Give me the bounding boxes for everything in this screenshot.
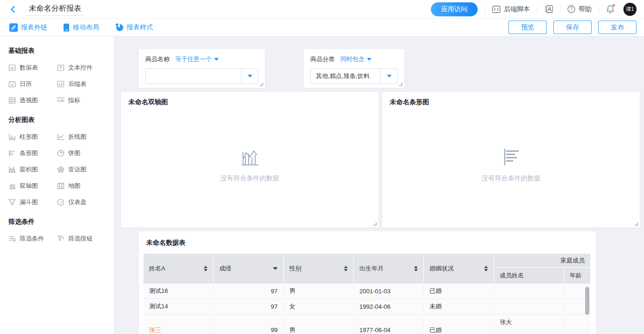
sidebar-item-radar-chart[interactable]: 雷达图 <box>57 165 106 174</box>
contact-book-icon <box>544 5 553 13</box>
sidebar-item-dual-axis-chart[interactable]: 双轴图 <box>8 182 57 190</box>
back-button[interactable] <box>7 4 19 15</box>
item-label: 文本控件 <box>68 64 93 72</box>
resize-handle[interactable] <box>635 222 638 226</box>
resize-handle[interactable] <box>399 83 402 86</box>
sort-icon <box>484 266 488 271</box>
report-title[interactable]: 未命名分析报表 <box>26 3 84 16</box>
data-table: 姓名A 成绩 性别 出生年月 <box>143 254 590 334</box>
column-chart-icon <box>8 133 16 141</box>
sidebar-item-area-chart[interactable]: 面积图 <box>8 165 57 174</box>
preview-button[interactable]: 预览 <box>508 21 547 34</box>
empty-state: 没有符合条件的数据 <box>382 147 640 183</box>
cell-score: 99 <box>214 314 284 334</box>
sidebar-item-bar-chart[interactable]: 条形图 <box>8 149 57 157</box>
sidebar-item-filter-button[interactable]: 筛选按钮 <box>57 235 106 243</box>
empty-state: 没有符合条件的数据 <box>121 147 379 183</box>
column-header-gender[interactable]: 性别 <box>284 254 354 284</box>
filter-operator-dropdown[interactable]: 同时包含 <box>340 55 372 64</box>
item-label: 日历 <box>20 80 32 88</box>
cell-score: 97 <box>214 284 284 299</box>
resize-handle[interactable] <box>373 222 377 226</box>
sidebar-item-text-widget[interactable]: 文本控件 <box>57 64 106 72</box>
column-header-birth[interactable]: 出生年月 <box>354 254 424 284</box>
app-access-button[interactable]: 应用访问 <box>431 2 478 16</box>
filter-widget-product-category[interactable]: 商品分类 同时包含 其他,糕点,辣条,饮料 <box>304 49 404 88</box>
notifications-button[interactable] <box>606 5 615 14</box>
column-header-name[interactable]: 姓名A <box>143 254 214 284</box>
item-label: 指标 <box>68 96 80 105</box>
sort-icon <box>414 266 418 271</box>
sidebar-item-backend-table[interactable]: 后端表 <box>57 80 106 88</box>
column-header-marital[interactable]: 婚姻状况 <box>424 254 494 284</box>
filter-value-input[interactable] <box>146 69 241 84</box>
chart-widget-bar[interactable]: 未命名条形图 没有符合条件的数据 <box>382 92 640 227</box>
record-link[interactable]: 张三 <box>149 326 161 334</box>
item-label: 双轴图 <box>20 182 38 190</box>
cell-birth: 1977-06-04 <box>354 314 424 334</box>
filter-operator-dropdown[interactable]: 等于任意一个 <box>175 55 219 64</box>
sidebar-item-funnel-chart[interactable]: 漏斗图 <box>8 198 57 206</box>
report-style-button[interactable]: 报表样式 <box>115 23 153 32</box>
column-group-family: 家庭成员 <box>494 254 590 268</box>
sidebar-item-filter-condition[interactable]: 筛选条件 <box>8 235 57 243</box>
publish-button[interactable]: 发布 <box>598 21 637 34</box>
item-label: 筛选条件 <box>20 235 44 243</box>
radar-chart-icon <box>57 166 64 173</box>
filter-selected-values[interactable]: 其他,糕点,辣条,饮料 <box>311 69 380 84</box>
notification-dot <box>613 4 615 7</box>
cell-marital: 未婚 <box>424 299 494 314</box>
sidebar-item-pie-chart[interactable]: 饼图 <box>57 149 106 157</box>
report-canvas: 商品名称 等于任意一个 商品分类 同时包含 其 <box>114 36 644 334</box>
empty-state-text: 没有符合条件的数据 <box>221 174 279 183</box>
contact-book-button[interactable] <box>544 5 553 13</box>
dual-axis-empty-icon <box>239 147 261 167</box>
item-label: 数据表 <box>20 64 38 72</box>
help-button[interactable]: ? 帮助 <box>567 5 592 14</box>
filter-value-dropdown-button[interactable] <box>380 69 397 84</box>
item-label: 后端表 <box>68 80 86 88</box>
sidebar-item-gauge[interactable]: 仪表盘 <box>57 198 106 206</box>
table-widget[interactable]: 未命名数据表 姓名A 成绩 性别 出生 <box>139 231 596 334</box>
report-external-link-button[interactable]: 报表外链 <box>9 23 47 32</box>
cell-member-name <box>494 284 564 299</box>
column-header-age[interactable]: 年龄 <box>564 268 590 284</box>
sidebar-item-line-chart[interactable]: 折线图 <box>57 133 106 141</box>
save-button[interactable]: 保存 <box>553 21 592 34</box>
cell-marital: 已婚 <box>424 284 494 299</box>
pie-chart-icon <box>57 149 64 157</box>
map-icon <box>57 182 64 190</box>
filter-value-dropdown-button[interactable] <box>241 69 258 84</box>
chevron-down-icon <box>248 75 252 78</box>
table-vertical-scrollbar[interactable] <box>585 287 589 315</box>
section-title: 筛选条件 <box>0 218 114 226</box>
filter-widget-product-name[interactable]: 商品名称 等于任意一个 <box>139 49 265 88</box>
section-items: 柱形图 折线图 条形图 饼图 面积图 <box>0 133 114 206</box>
sidebar-item-calendar[interactable]: 日历 <box>8 80 57 88</box>
sidebar-item-pivot[interactable]: 透视图 <box>8 96 57 105</box>
section-filter-conditions: 筛选条件 筛选条件 筛选按钮 <box>0 218 114 243</box>
resize-handle[interactable] <box>260 83 263 86</box>
user-avatar[interactable]: 谭1 <box>623 3 637 16</box>
filter-button-icon <box>57 235 64 242</box>
code-icon <box>492 6 501 13</box>
backend-script-button[interactable]: 后端脚本 <box>492 5 530 14</box>
column-header-score[interactable]: 成绩 <box>214 254 284 284</box>
chevron-left-icon <box>9 5 17 14</box>
sidebar-item-map[interactable]: 地图 <box>57 182 106 190</box>
mobile-layout-button[interactable]: 移动布局 <box>63 23 99 32</box>
sidebar-item-indicator[interactable]: 4,80 指标 <box>57 96 106 105</box>
sidebar-item-column-chart[interactable]: 柱形图 <box>8 133 57 141</box>
cell-score: 97 <box>214 299 284 314</box>
widget-sidebar: 基础报表 数据表 文本控件 日历 后端表 <box>0 36 114 334</box>
sidebar-item-data-table[interactable]: 数据表 <box>8 64 57 72</box>
help-icon: ? <box>567 5 575 13</box>
column-header-member-name[interactable]: 成员姓名 <box>494 268 564 284</box>
chart-widget-dual-axis[interactable]: 未命名双轴图 没有符合条件的数据 <box>121 92 379 227</box>
bar-chart-icon <box>8 149 16 157</box>
item-label: 雷达图 <box>68 165 86 174</box>
main-area: 基础报表 数据表 文本控件 日历 后端表 <box>0 36 644 334</box>
divider <box>537 6 537 13</box>
section-items: 数据表 文本控件 日历 后端表 透视图 <box>0 64 114 105</box>
cell-gender: 女 <box>284 299 354 314</box>
